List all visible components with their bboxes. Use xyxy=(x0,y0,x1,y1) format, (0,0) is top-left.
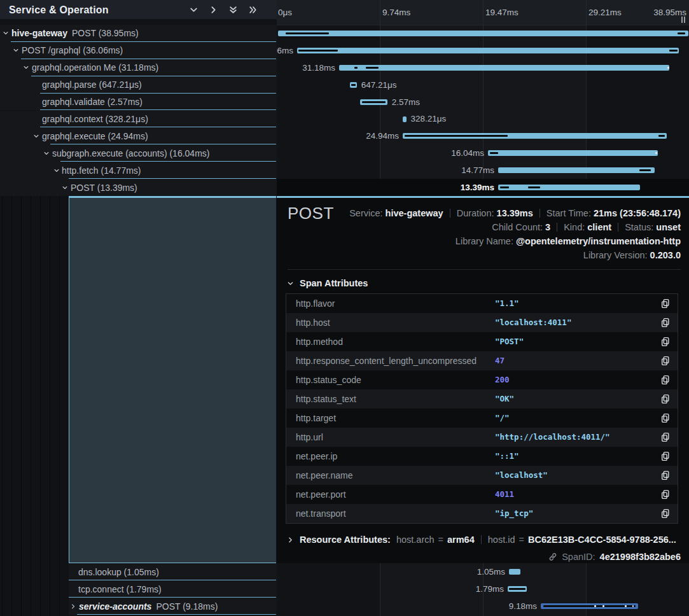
attribute-row: net.peer.port4011 xyxy=(286,485,678,504)
operation-name: graphql.context (328.21μs) xyxy=(42,114,148,124)
copy-icon[interactable] xyxy=(660,508,671,519)
chevron-down-icon[interactable] xyxy=(33,133,39,139)
span-attributes-toggle[interactable]: Span Attributes xyxy=(287,278,368,288)
copy-icon[interactable] xyxy=(660,356,671,366)
span-bar-row[interactable]: 1.05ms xyxy=(277,563,689,580)
span-bar-row[interactable]: 13.39ms xyxy=(277,179,689,196)
span-duration-bar[interactable] xyxy=(498,185,640,190)
copy-icon[interactable] xyxy=(660,318,671,328)
copy-icon[interactable] xyxy=(660,451,671,461)
expand-all-icon[interactable] xyxy=(248,5,258,15)
operation-name: POST (9.18ms) xyxy=(156,601,218,612)
copy-icon[interactable] xyxy=(660,375,671,385)
span-tree-row[interactable]: graphql.execute (24.94ms) xyxy=(0,127,277,144)
child-span-marker xyxy=(351,84,356,86)
span-tree-row[interactable]: graphql.operation Me (31.18ms) xyxy=(0,59,277,76)
span-duration-bar[interactable] xyxy=(541,603,638,609)
operation-name: graphql.validate (2.57ms) xyxy=(42,97,143,107)
link-icon[interactable] xyxy=(548,552,557,561)
span-bar-row[interactable]: 9.18ms xyxy=(277,598,689,615)
span-duration-bar[interactable] xyxy=(403,116,407,122)
span-duration-bar[interactable] xyxy=(488,150,658,156)
span-tree-row[interactable]: service-accountsPOST (9.18ms) xyxy=(69,598,277,615)
overview-separator xyxy=(450,209,450,218)
span-tree-row[interactable]: hive-gatewayPOST (38.95ms) xyxy=(0,25,277,42)
span-tree-row[interactable]: dns.lookup (1.05ms) xyxy=(69,563,277,580)
selected-span-row-expander[interactable] xyxy=(69,196,276,563)
span-tree-row[interactable]: graphql.context (328.21μs) xyxy=(0,111,277,128)
copy-icon[interactable] xyxy=(660,394,671,404)
chevron-right-icon[interactable] xyxy=(70,603,76,610)
collapse-one-level-icon[interactable] xyxy=(189,5,198,15)
span-tree-row[interactable]: tcp.connect (1.79ms) xyxy=(69,580,277,598)
panel-resize-grip[interactable] xyxy=(681,17,685,23)
attribute-row: http.response_content_length_uncompresse… xyxy=(286,351,678,370)
attribute-key: http.status_text xyxy=(296,389,356,409)
chevron-down-icon[interactable] xyxy=(13,47,19,53)
copy-icon[interactable] xyxy=(660,432,671,442)
span-tree-row[interactable]: POST (13.39ms) xyxy=(0,179,277,196)
copy-icon[interactable] xyxy=(660,489,671,500)
overview-value: hive-gateway xyxy=(386,208,443,218)
span-tree-row[interactable]: POST /graphql (36.06ms) xyxy=(0,42,277,59)
span-duration-bar[interactable] xyxy=(297,48,679,53)
chevron-down-icon[interactable] xyxy=(62,185,68,191)
chevron-down-icon[interactable] xyxy=(23,64,29,71)
copy-icon[interactable] xyxy=(660,337,671,347)
attribute-value: "ip_tcp" xyxy=(495,504,533,523)
attribute-key: http.target xyxy=(296,409,336,428)
chevron-down-icon[interactable] xyxy=(3,30,9,36)
collapse-all-icon[interactable] xyxy=(228,5,238,15)
overview-label: Service: xyxy=(349,208,385,218)
span-duration-bar[interactable] xyxy=(360,99,387,105)
span-duration-bar[interactable] xyxy=(278,31,688,36)
attribute-row: http.host"localhost:4011" xyxy=(286,313,678,332)
span-bar-row[interactable]: 24.94ms xyxy=(277,127,689,144)
ruler-tick-label: 9.74ms xyxy=(382,0,410,25)
chevron-right-icon[interactable] xyxy=(287,536,294,543)
child-span-marker xyxy=(543,605,636,607)
copy-icon[interactable] xyxy=(660,470,671,480)
span-bar-row[interactable]: 16.04ms xyxy=(277,144,689,162)
span-duration-bar[interactable] xyxy=(350,82,357,88)
span-duration-bar[interactable] xyxy=(498,167,655,173)
chevron-down-icon[interactable] xyxy=(43,150,50,157)
span-bar-row[interactable]: 36.06ms xyxy=(277,42,689,59)
span-detail-panel: POST Service: hive-gatewayDuration: 13.3… xyxy=(277,196,689,563)
attribute-row: net.peer.name"localhost" xyxy=(286,466,678,485)
span-bar-row[interactable]: 328.21μs xyxy=(277,111,689,128)
chevron-down-icon[interactable] xyxy=(53,167,60,174)
span-tree-row[interactable]: graphql.parse (647.21μs) xyxy=(0,76,277,94)
copy-icon[interactable] xyxy=(660,413,671,423)
span-bar-row[interactable]: 2.57ms xyxy=(277,94,689,111)
span-duration-bar[interactable] xyxy=(339,65,669,71)
operation-name: subgraph.execute (accounts) (16.04ms) xyxy=(52,148,209,158)
span-tree-row[interactable]: graphql.validate (2.57ms) xyxy=(0,94,277,111)
attribute-key: net.peer.port xyxy=(296,485,346,504)
child-span-marker xyxy=(405,135,508,137)
span-duration-bar[interactable] xyxy=(403,133,667,139)
span-bar-row[interactable]: 31.18ms xyxy=(277,59,689,76)
span-tree-row[interactable]: subgraph.execute (accounts) (16.04ms) xyxy=(0,144,277,162)
ruler-tick-label: 0μs xyxy=(278,0,292,25)
resource-attributes-title[interactable]: Resource Attributes: xyxy=(300,535,391,545)
span-bar-row[interactable]: 1.79ms xyxy=(277,580,689,598)
resource-attributes-pairs: host.arch=arm64host.id=BC62E13B-C4CC-585… xyxy=(396,535,676,545)
span-bar-row[interactable]: 38.95ms xyxy=(277,25,689,42)
overview-value: 0.203.0 xyxy=(650,250,681,260)
child-span-dot xyxy=(594,605,596,607)
child-span-marker xyxy=(490,152,498,154)
span-tree-label: POST (13.39ms) xyxy=(71,179,137,196)
attribute-key: http.flavor xyxy=(296,294,335,313)
span-bar-row[interactable]: 647.21μs xyxy=(277,76,689,94)
overview-line: Child Count: 3Kind: clientStatus: unset xyxy=(349,220,681,234)
span-duration-bar[interactable] xyxy=(509,569,520,575)
span-duration-bar[interactable] xyxy=(508,586,527,592)
copy-icon[interactable] xyxy=(660,298,671,309)
attribute-key: http.url xyxy=(296,428,323,447)
equals-sign: = xyxy=(518,535,524,545)
overview-value: @opentelemetry/instrumentation-http xyxy=(516,236,681,246)
span-tree-row[interactable]: http.fetch (14.77ms) xyxy=(0,162,277,179)
span-bar-row[interactable]: 14.77ms xyxy=(277,162,689,179)
expand-one-level-icon[interactable] xyxy=(209,5,218,15)
